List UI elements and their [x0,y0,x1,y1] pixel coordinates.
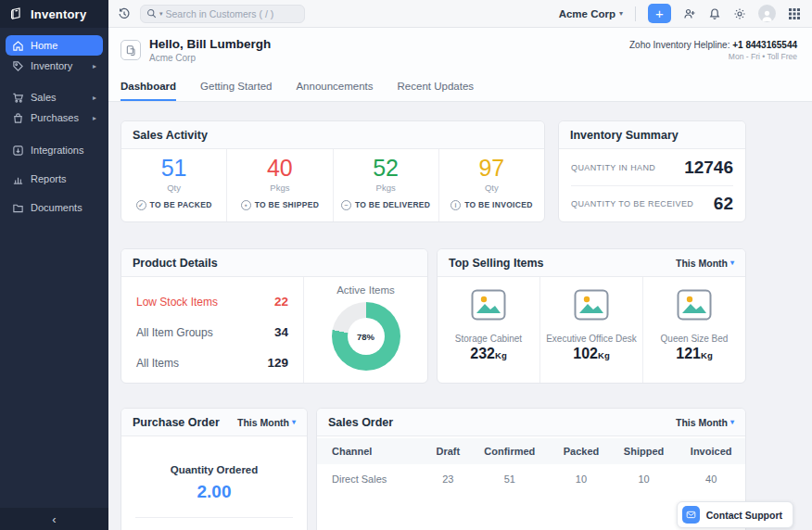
tab-getting-started[interactable]: Getting Started [200,72,272,101]
metric-status: TO BE INVOICED [464,200,532,209]
period-selector[interactable]: This Month▾ [676,417,734,428]
settings-gear-icon[interactable] [733,7,746,20]
col-header: Confirmed [467,438,552,464]
tag-icon [12,60,24,72]
tab-recent-updates[interactable]: Recent Updates [398,72,474,101]
donut-chart-label: Active Items [336,284,395,296]
item-qty: 232 [470,346,495,361]
helpline-hours: Mon - Fri • Toll Free [629,52,797,61]
row-label: All Items [136,357,179,370]
chevron-right-icon: ▸ [93,114,96,122]
metric-status: TO BE PACKED [150,200,212,209]
sidebar-item-home[interactable]: Home [6,35,103,56]
inventory-row-to-receive: QUANTITY TO BE RECEIVED 62 [571,185,733,221]
sidebar-item-purchases[interactable]: Purchases ▸ [6,107,103,128]
item-name: Executive Office Desk [546,334,637,344]
integrations-icon [12,145,24,157]
all-items-link[interactable]: All Items 129 [136,347,288,378]
chevron-down-icon[interactable]: ▾ [159,10,163,18]
search-icon [146,8,157,19]
org-subtitle: Acme Corp [149,53,271,63]
global-search[interactable]: ▾ [140,5,305,23]
helpline-number: +1 8443165544 [732,40,797,50]
recent-history-icon[interactable] [118,7,131,20]
card-title: Top Selling Items [449,257,544,270]
row-value: 62 [714,194,733,214]
col-header: Channel [317,438,428,464]
sidebar-item-documents[interactable]: Documents [6,197,103,218]
user-avatar[interactable] [758,5,776,22]
period-selector[interactable]: This Month▾ [237,417,296,428]
row-label: QUANTITY IN HAND [571,163,655,172]
home-icon [12,40,24,52]
divider [135,517,293,518]
sidebar-item-label: Home [31,40,57,51]
contact-support-label: Contact Support [706,510,782,521]
col-header: Draft [428,438,467,464]
cell-shipped: 10 [611,464,678,493]
sales-activity-delivered[interactable]: 52 Pkgs −TO BE DELIVERED [333,149,438,222]
donut-percent: 78% [348,318,385,355]
contact-support-button[interactable]: Contact Support [677,501,793,528]
sales-activity-invoiced[interactable]: 97 Qty iTO BE INVOICED [438,149,544,222]
inventory-row-in-hand: QUANTITY IN HAND 12746 [571,149,733,185]
helpline-label: Zoho Inventory Helpline: [629,40,730,50]
delivered-circle-icon: − [341,200,351,210]
col-header: Packed [552,438,611,464]
cell-draft: 23 [428,464,467,493]
search-input[interactable] [166,8,277,19]
col-header: Shipped [611,438,678,464]
top-item[interactable]: Storage Cabinet 232Kg [438,277,539,384]
item-name: Queen Size Bed [661,334,729,344]
chevron-down-icon: ▾ [730,259,734,267]
sales-activity-card: Sales Activity 51 Qty ✓TO BE PACKED 40 P… [121,120,545,222]
org-name: Acme Corp [559,8,615,19]
card-title: Sales Order [328,416,393,429]
chevron-down-icon: ▾ [619,9,623,18]
sidebar: Inventory Home Inventory ▸ Sales ▸ Purch… [0,0,108,530]
sidebar-nav: Home Inventory ▸ Sales ▸ Purchases ▸ I [0,28,108,508]
app-logo[interactable]: Inventory [0,0,108,28]
all-item-groups-link[interactable]: All Item Groups 34 [136,317,288,347]
tab-dashboard[interactable]: Dashboard [121,72,176,101]
metric-unit: Pkgs [376,183,396,193]
period-selector[interactable]: This Month▾ [676,258,734,269]
folder-icon [12,202,24,214]
chevron-down-icon: ▾ [292,418,296,426]
sidebar-item-integrations[interactable]: Integrations [6,140,103,160]
item-unit: Kg [701,350,713,360]
sidebar-collapse-button[interactable]: ‹ [0,508,108,530]
sales-activity-packed[interactable]: 51 Qty ✓TO BE PACKED [121,149,226,222]
helpline-info: Zoho Inventory Helpline: +1 8443165544 M… [629,40,797,61]
chevron-left-icon: ‹ [52,512,56,526]
cart-icon [12,92,24,104]
row-label: All Item Groups [136,326,213,339]
top-selling-items-card: Top Selling Items This Month▾ Storage Ca… [437,248,746,384]
org-selector[interactable]: Acme Corp ▾ [559,8,623,19]
sidebar-item-label: Reports [31,173,67,184]
top-item[interactable]: Executive Office Desk 102Kg [539,277,642,384]
image-placeholder-icon [471,289,506,321]
apps-grid-icon[interactable] [788,7,801,20]
qty-ordered-value: 2.00 [197,482,232,502]
product-details-card: Product Details Low Stock Items 22 All I… [121,248,428,384]
tab-bar: Dashboard Getting Started Announcements … [108,72,812,102]
card-title: Sales Activity [133,129,208,142]
sidebar-item-reports[interactable]: Reports [6,169,103,189]
quick-create-button[interactable]: + [648,4,671,23]
table-row[interactable]: Direct Sales 23 51 10 10 40 [317,464,745,493]
sales-activity-shipped[interactable]: 40 Pkgs ●TO BE SHIPPED [226,149,332,222]
row-value: 129 [267,356,288,370]
notifications-bell-icon[interactable] [708,7,721,20]
inventory-logo-icon [9,6,24,21]
low-stock-items-link[interactable]: Low Stock Items 22 [136,286,288,317]
sidebar-item-sales[interactable]: Sales ▸ [6,87,103,107]
sidebar-item-label: Inventory [31,60,72,71]
top-item[interactable]: Queen Size Bed 121Kg [642,277,745,384]
tab-announcements[interactable]: Announcements [296,72,373,101]
sidebar-item-inventory[interactable]: Inventory ▸ [6,56,103,76]
check-circle-icon: ✓ [136,200,146,210]
users-icon[interactable] [683,7,696,20]
metric-value: 40 [267,156,293,182]
row-value: 12746 [684,158,733,178]
